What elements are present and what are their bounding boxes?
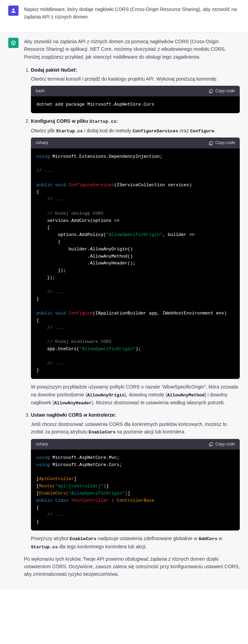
code-block-bash: bash Copy code dotnet add package Micros… [31,86,240,113]
step-1: Dodaj pakiet NuGet: Otwórz terminal kons… [31,66,240,113]
user-text: Napisz middleware, który dodaje nagłówki… [24,5,240,26]
code-block-csharp-1: csharp Copy code using Microsoft.Extensi… [31,138,240,379]
user-message: Napisz middleware, który dodaje nagłówki… [0,0,248,32]
assistant-message: Aby zezwolić na żądania API z różnych do… [0,32,248,589]
steps-list: Dodaj pakiet NuGet: Otwórz terminal kons… [24,66,240,551]
code-header: bash Copy code [31,86,240,96]
assistant-text: Aby zezwolić na żądania API z różnych do… [24,38,240,584]
code-body[interactable]: using Microsoft.Extensions.DependencyInj… [31,148,240,379]
step-3: Ustaw nagłówki CORS w kontrolerze: Jeśli… [31,411,240,551]
step2-title: Konfiguruj CORS w pliku Startup.cs: [31,118,118,124]
copy-button[interactable]: Copy code [208,88,235,94]
person-icon [10,8,16,14]
code-body[interactable]: dotnet add package Microsoft.AspNetCore.… [31,96,240,113]
clipboard-icon [208,141,213,145]
step2-after: W powyższym przykładzie używamy polityki… [31,383,240,407]
copy-label: Copy code [215,88,235,94]
copy-label: Copy code [215,441,235,448]
step3-title: Ustaw nagłówki CORS w kontrolerze: [31,412,116,418]
user-prompt: Napisz middleware, który dodaje nagłówki… [24,5,240,21]
step3-after: Powyższy atrybut EnableCors nadpisuje us… [31,535,240,551]
step-2: Konfiguruj CORS w pliku Startup.cs: Otwó… [31,117,240,407]
svg-rect-0 [210,90,212,93]
clipboard-icon [208,442,213,446]
svg-rect-1 [210,141,212,144]
copy-button[interactable]: Copy code [208,140,235,146]
svg-rect-2 [210,443,212,446]
copy-label: Copy code [215,140,235,146]
logo-icon [10,40,16,46]
outro-paragraph: Po wykonaniu tych kroków, Twoje API powi… [24,555,240,578]
intro-paragraph: Aby zezwolić na żądania API z różnych do… [24,38,240,61]
code-header: csharp Copy code [31,439,240,450]
code-header: csharp Copy code [31,138,240,148]
step1-desc: Otwórz terminal konsoli i przejdź do kat… [31,75,240,83]
copy-button[interactable]: Copy code [208,441,235,448]
code-body[interactable]: using Microsoft.AspNetCore.Mvc; using Mi… [31,450,240,530]
assistant-avatar [8,38,19,48]
step2-desc: Otwórz plik Startup.cs i dodaj kod do me… [31,127,240,135]
step1-title: Dodaj pakiet NuGet: [31,67,77,73]
code-lang: csharp [36,140,48,146]
user-avatar [8,5,19,16]
step3-desc: Jeśli chcesz dostosować ustawienia CORS … [31,420,240,436]
code-block-csharp-2: csharp Copy code using Microsoft.AspNetC… [31,439,240,530]
code-lang: bash [36,88,45,94]
clipboard-icon [208,88,213,93]
code-lang: csharp [36,441,48,448]
